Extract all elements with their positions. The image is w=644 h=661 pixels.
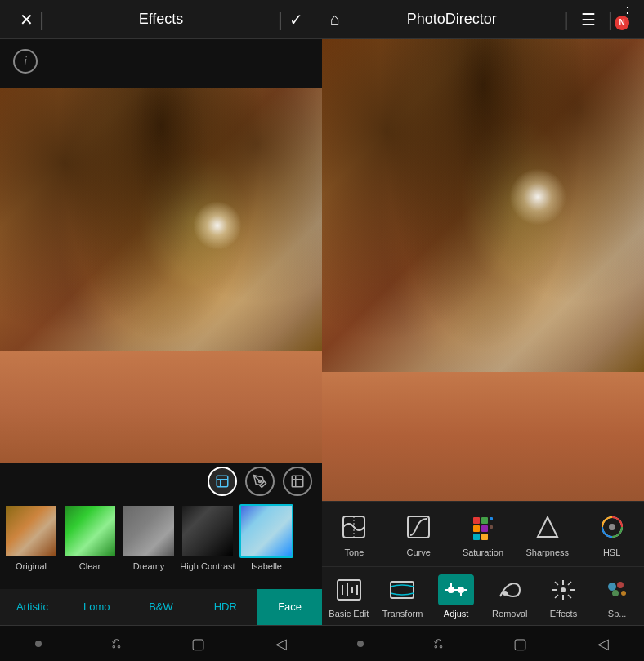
transform-label: Transform [382, 609, 423, 619]
thumb-dreamy-img [123, 506, 174, 556]
left-panel: ✕ | Effects | ✓ i [0, 0, 322, 661]
nav-return[interactable]: ⎌ [112, 635, 121, 652]
sharpness-label: Sharpness [525, 547, 569, 557]
svg-rect-9 [481, 517, 488, 524]
hsl-label: HSL [603, 547, 620, 557]
tool-sp[interactable]: Sp... [593, 574, 642, 619]
svg-rect-8 [473, 517, 480, 524]
pen-filter-button[interactable] [245, 467, 275, 496]
svg-point-44 [612, 590, 619, 596]
tool-curve[interactable]: Curve [394, 511, 443, 557]
thumb-clear[interactable]: Clear [62, 504, 118, 572]
more-menu-wrap: ⋮ N [619, 2, 636, 37]
confirm-button[interactable]: ✓ [283, 10, 309, 29]
hsl-icon [597, 511, 628, 543]
nav-back[interactable]: ◁ [275, 635, 287, 653]
filter-controls [0, 463, 322, 499]
svg-point-43 [617, 582, 624, 588]
right-header-title: PhotoDirector [340, 11, 563, 28]
thumb-isabelle-img [241, 506, 292, 556]
tools-row2: Basic Edit Transform [322, 566, 644, 625]
svg-rect-12 [481, 525, 488, 532]
svg-point-18 [609, 524, 615, 530]
thumbnails-area: Original Clear Dreamy High Contrast Isab… [0, 499, 322, 589]
left-header-title: Effects [44, 11, 278, 28]
thumb-isabelle-label: Isabelle [251, 561, 282, 572]
right-nav-back[interactable]: ◁ [597, 635, 609, 653]
sp-label: Sp... [608, 609, 627, 619]
lens-flare [193, 201, 242, 250]
svg-point-26 [458, 587, 464, 593]
nav-square[interactable]: ▢ [191, 635, 205, 653]
menu-button[interactable]: ☰ [575, 10, 602, 29]
home-button[interactable]: ⌂ [330, 10, 340, 29]
tool-effects[interactable]: Effects [539, 574, 588, 619]
cat-bw[interactable]: B&W [129, 589, 194, 625]
svg-rect-11 [473, 525, 480, 532]
tool-removal[interactable]: Removal [485, 574, 534, 619]
adjust-label: Adjust [444, 609, 469, 619]
adjust-icon [438, 574, 474, 605]
svg-point-45 [621, 591, 626, 596]
thumb-clear-label: Clear [79, 561, 101, 572]
thumb-clear-img [65, 506, 115, 556]
left-photo [0, 88, 322, 463]
close-button[interactable]: ✕ [13, 10, 39, 29]
sharpness-icon [532, 511, 563, 543]
curve-icon [403, 511, 434, 543]
svg-rect-24 [391, 582, 414, 598]
bottom-wall [0, 351, 322, 463]
tone-label: Tone [344, 547, 364, 557]
thumb-highcontrast-label: High Contrast [180, 561, 235, 572]
tone-icon [338, 511, 369, 543]
right-nav-return[interactable]: ⎌ [434, 635, 443, 652]
basic-edit-icon [331, 574, 367, 605]
svg-rect-15 [490, 525, 493, 529]
thumb-dreamy-label: Dreamy [133, 561, 165, 572]
right-nav-dot [357, 641, 364, 647]
thumb-isabelle[interactable]: Isabelle [239, 504, 294, 572]
tool-tone[interactable]: Tone [329, 511, 378, 557]
cat-lomo[interactable]: Lomo [65, 589, 129, 625]
thumb-highcontrast-img [182, 506, 233, 556]
right-nav-square[interactable]: ▢ [513, 635, 527, 653]
left-image-area [0, 88, 322, 463]
tool-saturation[interactable]: Saturation [458, 511, 508, 557]
right-image-area [322, 39, 644, 501]
cat-face[interactable]: Face [257, 589, 322, 625]
brush-filter-button[interactable] [208, 467, 237, 496]
tool-transform[interactable]: Transform [378, 574, 427, 619]
thumb-original[interactable]: Original [3, 504, 59, 572]
effects-label: Effects [550, 609, 577, 619]
cat-hdr[interactable]: HDR [193, 589, 257, 625]
thumb-dreamy[interactable]: Dreamy [121, 504, 177, 572]
thumb-original-img [6, 506, 56, 556]
svg-point-32 [503, 591, 508, 596]
tool-adjust[interactable]: Adjust [432, 574, 481, 619]
removal-icon [492, 574, 528, 605]
tool-sharpness[interactable]: Sharpness [523, 511, 572, 557]
tools-row1: Tone Curve [322, 501, 644, 566]
right-header: ⌂ PhotoDirector | ☰ | ⋮ N [322, 0, 644, 39]
svg-rect-0 [217, 476, 228, 487]
saturation-icon [467, 511, 499, 543]
info-icon[interactable]: i [13, 49, 38, 74]
right-panel: ⌂ PhotoDirector | ☰ | ⋮ N [322, 0, 644, 661]
svg-point-42 [608, 583, 616, 591]
curve-label: Curve [407, 547, 431, 557]
mask-filter-button[interactable] [283, 467, 312, 496]
svg-line-38 [555, 582, 558, 585]
thumb-highcontrast[interactable]: High Contrast [180, 504, 235, 572]
cat-artistic[interactable]: Artistic [0, 589, 65, 625]
basic-edit-label: Basic Edit [329, 609, 369, 619]
tool-hsl[interactable]: HSL [588, 511, 637, 557]
left-header: ✕ | Effects | ✓ [0, 0, 322, 39]
svg-line-41 [555, 595, 558, 598]
svg-line-39 [568, 595, 571, 598]
nav-home-dot [35, 641, 42, 647]
tool-basic-edit[interactable]: Basic Edit [324, 574, 373, 619]
effects-icon [545, 574, 581, 605]
svg-rect-4 [292, 476, 303, 487]
right-lens-flare [509, 168, 566, 226]
thumb-original-label: Original [16, 561, 47, 572]
